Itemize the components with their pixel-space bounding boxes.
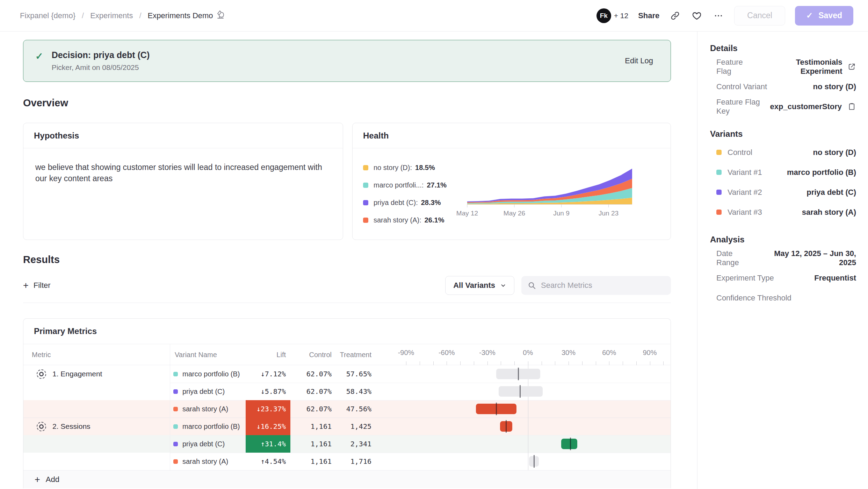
table-row[interactable]: priya debt (C)↓5.87%62.07%58.43% — [23, 383, 671, 400]
metric-name: 1. Engagement — [52, 370, 102, 378]
mean-lift-marker — [506, 420, 507, 433]
health-title: Health — [353, 123, 671, 148]
add-metric-button[interactable]: + Add — [23, 470, 671, 488]
search-metrics-input[interactable] — [541, 281, 665, 290]
table-row[interactable]: sarah story (A)↓23.37%62.07%47.56% — [23, 400, 671, 418]
search-metrics-box[interactable] — [521, 276, 671, 295]
axis-tick-label: 90% — [643, 349, 657, 357]
sidebar-row: Variant #2priya debt (C) — [710, 182, 856, 202]
axis-header: -90%-60%-30%0%30%60%90% — [395, 344, 666, 365]
sidebar-row-value: Frequentist — [814, 274, 856, 283]
external-link-icon[interactable] — [848, 62, 856, 71]
table-row[interactable]: 2. Sessionsmarco portfolio (B)↓16.25%1,1… — [23, 418, 671, 435]
search-icon — [528, 281, 536, 290]
zero-axis-line — [528, 365, 528, 470]
variants-dropdown[interactable]: All Variants — [445, 276, 514, 295]
control-value: 1,161 — [290, 453, 332, 470]
axis-tick — [447, 361, 447, 365]
mean-lift-marker — [534, 455, 535, 468]
clipboard-icon[interactable] — [847, 102, 856, 111]
variant-name: marco portfolio (B) — [182, 423, 240, 431]
sidebar-row: Experiment TypeFrequentist — [710, 268, 856, 288]
breadcrumb-item[interactable]: Experiments Demo — [148, 10, 224, 21]
sidebar-row-label: Feature Flag Key — [716, 98, 770, 116]
svg-text:Jun 9: Jun 9 — [553, 210, 569, 217]
avatar[interactable]: Fk — [596, 8, 611, 23]
plus-icon: + — [23, 281, 29, 290]
breadcrumb-item[interactable]: Fixpanel {demo} — [20, 11, 75, 20]
sidebar-row: Control Variantno story (D) — [710, 77, 856, 97]
breadcrumb: Fixpanel {demo}/Experiments/Experiments … — [20, 10, 224, 21]
variant-cell: priya debt (C) — [173, 383, 225, 400]
ci-chart-cell — [395, 400, 666, 418]
metric-cell: 2. Sessions — [23, 418, 170, 435]
lift-value: ↓16.25% — [246, 418, 290, 435]
main-content: ✓ Decision: priya debt (C) Picker, Amit … — [0, 31, 697, 489]
sidebar-row-label: Experiment Type — [716, 274, 774, 283]
sidebar-row-label: Variant #1 — [716, 168, 762, 177]
svg-text:May 12: May 12 — [456, 210, 478, 217]
favorite-heart-icon[interactable] — [691, 10, 703, 22]
saved-button[interactable]: ✓ Saved — [795, 6, 853, 26]
metric-target-icon — [37, 422, 46, 431]
cancel-button[interactable]: Cancel — [734, 6, 785, 26]
health-legend: no story (D):18.5%marco portfoli...:27.1… — [363, 157, 461, 224]
col-variant: Variant Name — [175, 351, 217, 359]
avatar-overflow-count[interactable]: + 12 — [614, 12, 628, 20]
ci-chart-cell — [395, 418, 666, 435]
analysis-heading: Analysis — [710, 235, 856, 244]
sidebar-row: Variant #1marco portfolio (B) — [710, 162, 856, 182]
lift-value: ↓23.37% — [246, 400, 290, 418]
lift-value: ↓7.12% — [246, 365, 290, 383]
table-row[interactable]: 1. Engagementmarco portfolio (B)↓7.12%62… — [23, 365, 671, 383]
legend-swatch — [363, 200, 368, 205]
sidebar-row-value: exp_customerStory — [770, 102, 856, 111]
col-treatment: Treatment — [332, 351, 371, 359]
axis-tick — [555, 361, 555, 365]
variant-cell: priya debt (C) — [173, 435, 225, 453]
share-button[interactable]: Share — [638, 11, 659, 20]
plus-icon: + — [35, 475, 40, 484]
edit-log-button[interactable]: Edit Log — [625, 56, 653, 65]
sidebar-row: Feature Flag Keyexp_customerStory — [710, 97, 856, 116]
primary-metrics-card: Primary Metrics Metric Variant Name Lift… — [23, 318, 671, 488]
legend-label: sarah story (A): — [374, 216, 421, 224]
table-row[interactable]: priya debt (C)↑31.4%1,1612,341 — [23, 435, 671, 453]
breadcrumb-separator: / — [82, 11, 84, 20]
treatment-value: 1,425 — [332, 418, 371, 435]
axis-tick — [596, 361, 596, 365]
sidebar-row-label: Control — [716, 148, 752, 157]
variants-heading: Variants — [710, 129, 856, 139]
table-row[interactable]: sarah story (A)↑4.54%1,1611,716 — [23, 453, 671, 470]
more-options-icon[interactable] — [713, 10, 724, 22]
variant-color-dot — [173, 407, 178, 411]
table-header: Metric Variant Name Lift Control Treatme… — [23, 344, 671, 365]
lift-value: ↑31.4% — [246, 435, 290, 453]
top-bar: Fixpanel {demo}/Experiments/Experiments … — [0, 0, 868, 31]
details-rows: Feature FlagTestimonials ExperimentContr… — [710, 57, 856, 116]
add-filter-button[interactable]: + Filter — [23, 281, 51, 290]
table-rows: 1. Engagementmarco portfolio (B)↓7.12%62… — [23, 365, 671, 470]
decision-subtitle: Picker, Amit on 08/05/2025 — [52, 63, 150, 72]
mean-lift-marker — [570, 438, 571, 450]
axis-tick — [514, 361, 515, 365]
sidebar-row-label: Feature Flag — [716, 58, 758, 76]
axis-tick — [623, 361, 623, 365]
copy-link-icon[interactable] — [669, 10, 681, 22]
results-divider — [23, 303, 671, 303]
microscope-icon — [217, 10, 224, 21]
axis-tick-label: 0% — [523, 349, 533, 357]
hypothesis-body: we believe that showing customer stories… — [23, 148, 343, 197]
sidebar-row: Date RangeMay 12, 2025 – Jun 30, 2025 — [710, 248, 856, 268]
legend-label: priya debt (C): — [374, 199, 418, 207]
variant-cell: marco portfolio (B) — [173, 365, 240, 383]
hypothesis-card: Hypothesis we believe that showing custo… — [23, 123, 343, 240]
legend-label: no story (D): — [374, 164, 412, 172]
variant-color-dot — [716, 170, 722, 175]
breadcrumb-item[interactable]: Experiments — [90, 11, 133, 20]
axis-tick — [663, 361, 664, 365]
sidebar-row-label: Variant #3 — [716, 208, 762, 217]
mean-lift-marker — [518, 368, 519, 380]
variant-color-dot — [716, 150, 722, 155]
collaborator-avatars[interactable]: Fk + 12 — [596, 8, 628, 23]
